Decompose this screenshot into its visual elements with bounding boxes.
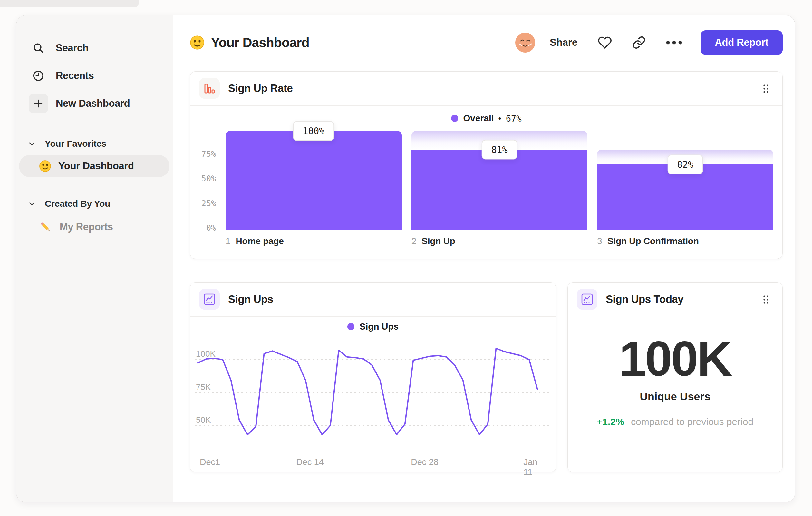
main-content: Your Dashboard Share [173, 16, 795, 502]
stat-delta-note: compared to previous period [631, 416, 753, 427]
card-title: Sign Ups Today [606, 293, 684, 305]
search-icon [29, 38, 48, 58]
sidebar-item-recents[interactable]: Recents [17, 62, 173, 90]
share-button[interactable]: Share [550, 37, 577, 48]
x-tick: Dec 14 [296, 457, 324, 467]
line-chart-icon [577, 289, 598, 309]
funnel-bar[interactable]: 82% [597, 131, 773, 229]
legend-value: 67% [506, 113, 522, 124]
sidebar-item-search[interactable]: Search [17, 34, 173, 62]
section-title: Your Favorites [45, 139, 106, 149]
stat-value: 100K [568, 334, 782, 383]
step-name: Home page [236, 236, 284, 246]
funnel-step-label: 1 Home page [226, 236, 402, 246]
funnel-step-label: 2 Sign Up [411, 236, 588, 246]
legend-separator: • [498, 113, 501, 124]
y-tick: 50% [201, 174, 216, 183]
sidebar-item-label: New Dashboard [56, 98, 130, 109]
step-number: 3 [597, 236, 602, 246]
drag-handle-icon[interactable] [762, 295, 770, 306]
funnel-tooltip: 82% [667, 155, 703, 174]
bottom-row: Sign Ups Sign Ups 100K 75K 50K [190, 282, 783, 472]
x-tick: Dec1 [200, 457, 220, 467]
sidebar-item-label: My Reports [60, 221, 113, 233]
sidebar-item-label: Your Dashboard [58, 160, 134, 172]
funnel-tooltip: 100% [293, 121, 334, 141]
background-window-strip [0, 0, 139, 7]
favorite-heart-icon[interactable] [598, 35, 612, 50]
sidebar-item-your-dashboard-selected[interactable]: Your Dashboard [19, 155, 170, 178]
page-header: Your Dashboard Share [190, 30, 783, 55]
sidebar-item-label: Recents [56, 70, 94, 82]
step-name: Sign Up [422, 236, 455, 246]
y-tick: 75% [201, 149, 216, 158]
clock-icon [29, 66, 48, 85]
legend-dot-icon [347, 323, 354, 330]
sidebar-section-created-by-you[interactable]: Created By You [17, 195, 173, 212]
x-tick: Dec 28 [411, 457, 439, 467]
plus-icon [29, 94, 48, 113]
funnel-step-sign-up: 81% 2 Sign Up [411, 131, 588, 246]
avatar[interactable] [515, 32, 535, 53]
funnel-step-sign-up-confirmation: 82% 3 Sign Up Confirmation [597, 131, 773, 246]
more-options-icon[interactable] [666, 40, 683, 45]
line-chart-icon [199, 289, 220, 309]
sign-ups-today-card: Sign Ups Today 100K Unique Users +1.2% c… [568, 282, 783, 472]
chevron-down-icon [29, 142, 35, 146]
legend-dot-icon [451, 115, 458, 122]
stat-delta: +1.2% [597, 416, 625, 427]
y-tick: 0% [206, 223, 216, 233]
funnel-step-label: 3 Sign Up Confirmation [597, 236, 773, 246]
chevron-down-icon [29, 201, 35, 206]
funnel-bar[interactable]: 100% [226, 131, 402, 229]
step-number: 1 [226, 236, 231, 246]
funnel-legend: Overall • 67% [190, 106, 782, 131]
smiley-emoji [39, 160, 51, 172]
sign-ups-card: Sign Ups Sign Ups 100K 75K 50K [190, 282, 556, 472]
stat-body: 100K Unique Users +1.2% compared to prev… [568, 334, 782, 427]
funnel-step-home-page: 100% 1 Home page [226, 131, 402, 246]
sidebar: Search Recents New Dashboard [17, 16, 173, 502]
add-report-button[interactable]: Add Report [700, 30, 783, 55]
card-header: Sign Ups [190, 282, 556, 316]
legend-label: Sign Ups [359, 322, 399, 332]
smiley-emoji [190, 35, 205, 50]
step-number: 2 [411, 236, 417, 246]
funnel-y-axis: 75% 50% 25% 0% [199, 131, 216, 229]
funnel-tooltip: 81% [482, 140, 518, 160]
sidebar-item-my-reports[interactable]: My Reports [19, 217, 170, 237]
card-title: Sign Up Rate [228, 82, 293, 94]
sidebar-section-your-favorites[interactable]: Your Favorites [17, 135, 173, 152]
card-title: Sign Ups [228, 293, 273, 305]
header-actions: Share [515, 30, 783, 55]
sidebar-item-new-dashboard[interactable]: New Dashboard [17, 90, 173, 117]
funnel-bar-fill [226, 131, 402, 229]
funnel-chart: 75% 50% 25% 0% 100% 1 Home page [190, 131, 782, 246]
x-tick: Jan 11 [524, 457, 545, 477]
section-title: Created By You [45, 199, 110, 209]
sidebar-item-label: Search [56, 42, 89, 54]
card-header: Sign Ups Today [568, 282, 782, 316]
line-chart: 100K 75K 50K [195, 337, 551, 450]
y-tick: 25% [201, 198, 216, 208]
app-window: Search Recents New Dashboard [16, 15, 795, 503]
pencil-emoji [39, 220, 53, 234]
step-name: Sign Up Confirmation [607, 236, 699, 246]
sign-up-rate-card: Sign Up Rate Overall • 67% 75% 50% [190, 71, 783, 259]
bar-chart-icon [199, 78, 220, 99]
card-header: Sign Up Rate [190, 72, 782, 105]
drag-handle-icon[interactable] [762, 84, 770, 95]
stat-label: Unique Users [568, 390, 782, 403]
page-title: Your Dashboard [211, 35, 309, 50]
funnel-bar[interactable]: 81% [411, 131, 588, 229]
legend-label: Overall [463, 113, 494, 124]
funnel-bar-fill [411, 150, 588, 229]
copy-link-icon[interactable] [632, 36, 646, 49]
line-x-axis: Dec1 Dec 14 Dec 28 Jan 11 [190, 450, 556, 473]
line-legend: Sign Ups [190, 317, 556, 337]
stat-delta-row: +1.2% compared to previous period [568, 416, 782, 427]
line-series [195, 337, 551, 450]
